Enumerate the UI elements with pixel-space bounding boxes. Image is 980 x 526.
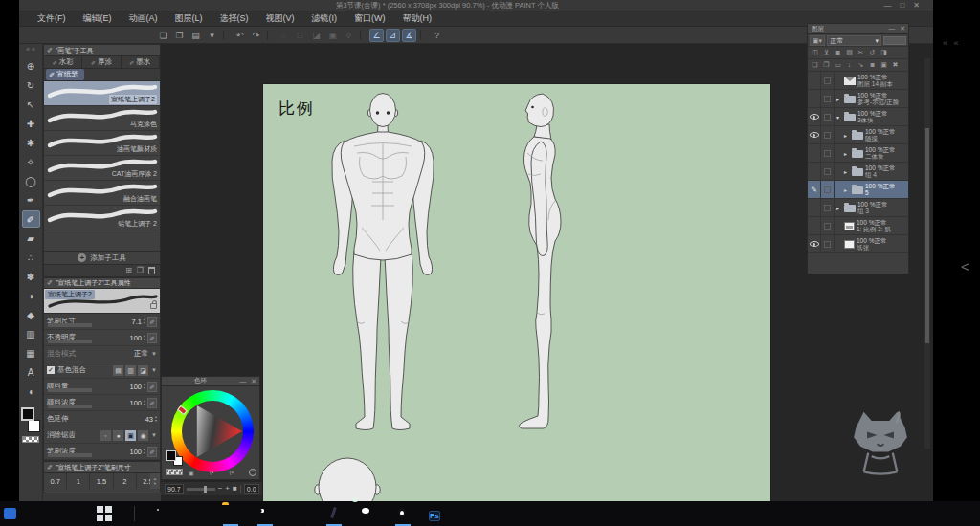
brush-list-item[interactable]: 宣纸笔上调子2 (44, 81, 160, 106)
option-chips[interactable]: ▤▥◪ (113, 365, 148, 376)
invert-selection-icon[interactable]: ◪ (309, 29, 323, 42)
brush-size-preset[interactable]: 1 (67, 473, 90, 489)
layer-row[interactable]: ✎ ▸ 100 %正常 随摸 (808, 126, 908, 144)
new-subtool-icon[interactable]: ⊞ (125, 266, 132, 275)
slider-track[interactable] (48, 453, 92, 457)
taskbar-app-qq[interactable] (394, 505, 412, 522)
menu-item[interactable]: 文件(F) (29, 12, 75, 25)
text-tool[interactable]: A (22, 363, 40, 381)
color-wheel-mode-icon[interactable] (249, 469, 256, 476)
menu-item[interactable]: 编辑(E) (75, 12, 121, 25)
option-chip[interactable]: ◪ (138, 365, 148, 376)
panel-minimize-button[interactable]: — (888, 25, 895, 33)
collapse-panel-icon[interactable]: « « (26, 44, 35, 55)
slider-track[interactable] (48, 323, 92, 327)
rotation-value[interactable]: 0.0 (244, 484, 259, 494)
option-chips[interactable]: ◦●▣◉ (100, 430, 148, 441)
tool-property-row[interactable]: ✓ 颜料浓度 100 ▴▾ ✐ ▼ (44, 395, 160, 411)
brush-list-item[interactable]: CAT油画厚涂 2 (44, 156, 160, 181)
airbrush-tool[interactable]: ∴ (22, 249, 40, 266)
minimize-button[interactable]: — (883, 0, 891, 11)
delete-subtool-icon[interactable] (148, 267, 155, 274)
taskbar-app-explorer[interactable] (222, 505, 239, 522)
color-mode-icon[interactable]: ▣ (189, 470, 194, 476)
layer-visibility-toggle[interactable] (810, 113, 819, 121)
snap-grid-icon[interactable]: ∡ (402, 29, 416, 42)
taskbar-app-chrome[interactable] (153, 505, 170, 522)
panel-close-button[interactable]: ✕ (251, 378, 256, 385)
slider-track[interactable] (48, 340, 92, 343)
separator[interactable] (267, 30, 273, 40)
zoom-slider[interactable] (187, 488, 215, 491)
stepper[interactable]: ▴▾ (144, 399, 145, 406)
menu-item[interactable]: 帮助(H) (394, 12, 441, 25)
zoom-out-button[interactable]: − (218, 484, 223, 493)
transparent-color-swatch[interactable] (22, 436, 39, 443)
layer-row[interactable]: ✎ 100 %正常 图层 14 副本 (808, 72, 908, 90)
layer-checkbox[interactable] (824, 77, 831, 84)
close-button[interactable]: ✕ (913, 0, 920, 11)
menu-item[interactable]: 图层(L) (167, 12, 212, 25)
save-icon[interactable]: ▤ (189, 29, 203, 42)
subtool-tab[interactable]: ✐厚涂 (82, 56, 121, 68)
menu-item[interactable]: 选择(S) (212, 12, 257, 25)
subtool-tab[interactable]: ✐墨水 (122, 56, 160, 68)
taskbar-app-clip-studio[interactable] (325, 505, 343, 522)
taskbar-app-photos[interactable] (188, 505, 205, 522)
stepper[interactable]: ▴▾ (155, 415, 157, 423)
slider-track[interactable] (48, 405, 92, 408)
blend-mode-select[interactable]: 正常▾ (827, 35, 881, 46)
option-chip[interactable]: ▣ (125, 430, 136, 441)
layer-checkbox[interactable] (824, 168, 831, 175)
tool-property-row[interactable]: ✓ 笔刷浓度 100 ▴▾ ✐ ▼ (44, 444, 160, 460)
collapse-arrows-icon[interactable]: « « (943, 38, 961, 48)
menu-item[interactable]: 滤镜(I) (303, 12, 346, 25)
panel-minimize-button[interactable]: — (239, 378, 246, 385)
clear-selection-icon[interactable]: ◊ (342, 29, 356, 42)
layer-checkbox[interactable] (824, 114, 831, 121)
stepper[interactable]: ▴▾ (144, 448, 145, 455)
start-button[interactable] (97, 506, 112, 521)
title-bar[interactable]: 第3节课(合课) * (2560 x 3708px 300dpi 90.7%) … (19, 0, 933, 11)
brush-list-item[interactable]: 马克涂色 (44, 106, 160, 131)
save-more-icon[interactable]: ▾ (205, 29, 219, 42)
expand-arrow-icon[interactable]: ▾ (836, 114, 842, 121)
move-layer-tool[interactable]: ✚ (22, 115, 40, 132)
brush-size-preset[interactable]: 0.7 (44, 473, 67, 489)
stepper[interactable]: ▴▾ (144, 318, 145, 325)
tool-property-row[interactable]: ✓ 混合模式 正常 ▴▾ ✐ ▼ (44, 346, 160, 362)
duplicate-subtool-icon[interactable]: ❐ (137, 266, 144, 275)
pen-pressure-button[interactable]: ✐ (147, 333, 157, 343)
undo-icon[interactable]: ↶ (233, 29, 247, 42)
hue-ring[interactable] (171, 390, 254, 472)
zoom-value[interactable]: 90.7 (165, 484, 184, 494)
balloon-tool[interactable]: ◖ (22, 383, 40, 400)
subtool-tab[interactable]: ✐水彩 (44, 56, 82, 68)
blend-tool[interactable]: ◑ (22, 287, 40, 304)
layer-visibility-toggle[interactable] (810, 240, 819, 248)
zoom-tool[interactable]: ⊕ (22, 57, 40, 75)
main-color-swatch[interactable] (166, 450, 176, 461)
fill-tool[interactable]: ◆ (22, 306, 40, 323)
layer-checkbox[interactable] (824, 241, 831, 248)
layer-checkbox[interactable] (824, 223, 831, 230)
tool-property-row[interactable]: ✓ 颜料量 100 ▴▾ ✐ ▼ (44, 379, 160, 395)
taskbar-corner-icon[interactable] (4, 508, 16, 519)
expand-arrow-icon[interactable]: ▸ (844, 150, 850, 157)
taskbar-app-netdisk[interactable] (291, 505, 308, 522)
snap-special-ruler-icon[interactable]: ⊿ (386, 29, 400, 42)
expand-arrow-icon[interactable]: ▸ (844, 168, 850, 175)
layer-row[interactable]: ✎ ▸ 100 %正常 组 3 (808, 199, 908, 217)
back-chevron-icon[interactable]: < (961, 258, 969, 274)
layer-row[interactable]: ✎ ▸ 100 %正常 5 (808, 181, 908, 199)
layer-row[interactable]: ✎ 100 %正常 1: 比例 2: 肌 (808, 217, 908, 235)
color-wheel-swatches[interactable] (166, 450, 183, 466)
menu-item[interactable]: 窗口(W) (345, 12, 394, 25)
layer-checkbox[interactable] (824, 186, 831, 193)
layer-row[interactable]: ✎ ▸ 100 %正常 组 4 (808, 163, 908, 181)
new-file-icon[interactable]: ❏ (156, 29, 170, 42)
lock-icon[interactable] (150, 303, 157, 309)
brush-list-item[interactable]: 铅笔上调子 2 (44, 206, 160, 230)
option-chip[interactable]: ▥ (125, 365, 136, 376)
expand-arrow-icon[interactable]: ▸ (844, 132, 850, 139)
